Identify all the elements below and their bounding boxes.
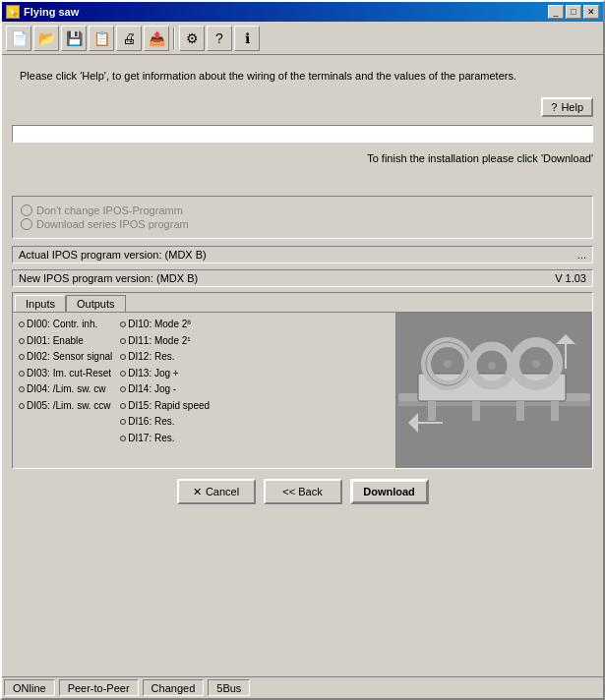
indicator-dot [19,386,25,392]
download-button[interactable]: Download [350,479,429,504]
ipos-section: Don't change IPOS-Programm Download seri… [12,196,593,239]
saw-illustration [398,315,590,467]
help-label: Help [561,101,583,113]
info-toolbar-button[interactable]: ℹ [234,26,260,51]
svg-rect-17 [551,401,559,421]
list-item: DI10: Mode 2⁸ [120,317,210,332]
list-item: DI01: Enable [19,333,112,349]
status-bar: ONline Peer-to-Peer Changed 5Bus [2,676,603,698]
toolbar-separator [173,28,175,49]
spacer [8,170,597,190]
ipos-option1-row: Don't change IPOS-Programm [21,204,584,216]
svg-rect-1 [398,401,590,406]
list-item: DI00: Contr. inh. [19,317,112,332]
save-button[interactable]: 💾 [61,26,87,51]
status-online: ONline [4,679,55,696]
window-title: Flying saw [24,6,79,18]
list-item: DI14: Jog - [120,381,210,397]
main-content: Please click 'Help', to get information … [2,55,603,676]
indicator-dot [120,419,126,425]
new-version-row: New IPOS program version: (MDX B) V 1.03 [12,269,593,287]
help-toolbar-button[interactable]: ? [207,26,232,51]
export-button[interactable]: 📤 [144,26,169,51]
ipos-option2-row: Download series IPOS program [21,218,584,230]
io-tabs: Inputs Outputs [13,293,592,312]
inputs-col1: DI00: Contr. inh. DI01: Enable DI02: Sen… [19,317,112,445]
back-label: << Back [282,486,322,497]
list-item: DI03: Im. cut-Reset [19,366,112,381]
list-item: DI04: /Lim. sw. cw [19,381,112,397]
new-version-label: New IPOS program version: (MDX B) [19,272,198,284]
progress-area [8,125,597,143]
svg-rect-15 [472,401,480,421]
list-item: DI02: Sensor signal [19,349,112,365]
maximize-button[interactable]: □ [566,5,581,19]
actual-version-label: Actual IPOS program version: (MDX B) [19,249,207,261]
cancel-label: Cancel [206,486,239,497]
indicator-dot [19,338,25,344]
finish-text: To finish the installation please click … [8,150,597,166]
new-version-value: V 1.03 [555,272,586,284]
indicator-dot [19,321,25,327]
list-item: DI17: Res. [120,431,210,446]
print-button[interactable]: 🖨 [116,26,142,51]
progress-bar [12,125,593,143]
io-panel: Inputs Outputs DI00: Contr. inh. DI01: E… [12,292,593,469]
svg-rect-14 [428,401,436,421]
indicator-dot [120,354,126,360]
actual-version-value: ... [577,249,586,261]
toolbar: 📄 📂 💾 📋 🖨 📤 ⚙ ? ℹ [2,22,603,55]
actual-version-row: Actual IPOS program version: (MDX B) ... [12,246,593,263]
inputs-col2: DI10: Mode 2⁸ DI11: Mode 2¹ DI12: Res. D… [120,317,210,445]
tab-outputs[interactable]: Outputs [66,295,126,312]
bottom-buttons: ✕ Cancel << Back Download [8,473,597,510]
svg-marker-12 [408,413,418,433]
back-button[interactable]: << Back [264,479,342,504]
title-bar: 🪚 Flying saw _ □ ✕ [2,2,603,22]
minimize-button[interactable]: _ [548,5,564,19]
open-button[interactable]: 📂 [33,26,59,51]
info-panel: Please click 'Help', to get information … [8,61,597,91]
main-window: 🪚 Flying saw _ □ ✕ 📄 📂 💾 📋 🖨 📤 ⚙ ? ℹ Ple… [0,0,605,700]
settings-button[interactable]: ⚙ [179,26,205,51]
help-icon: ? [551,101,557,113]
io-content: DI00: Contr. inh. DI01: Enable DI02: Sen… [13,312,592,468]
indicator-dot [19,354,25,360]
app-icon: 🪚 [6,5,20,19]
indicator-dot [19,403,25,409]
saw-illustration-panel [395,313,592,468]
indicator-dot [120,403,126,409]
download-label: Download [363,486,415,497]
io-inputs-list: DI00: Contr. inh. DI01: Enable DI02: Sen… [13,313,395,468]
cancel-button[interactable]: ✕ Cancel [177,479,256,504]
list-item: DI12: Res. [120,349,210,365]
list-item: DI11: Mode 2¹ [120,333,210,349]
list-item: DI15: Rapid speed [120,398,210,414]
ipos-option1-radio[interactable] [21,204,32,216]
svg-point-9 [532,360,540,368]
indicator-dot [120,321,126,327]
ipos-option1-label: Don't change IPOS-Programm [36,204,183,216]
info-text: Please click 'Help', to get information … [20,70,516,82]
indicator-dot [19,371,25,377]
list-item: DI16: Res. [120,414,210,430]
ipos-option2-label: Download series IPOS program [36,218,189,230]
indicator-dot [120,436,126,441]
svg-marker-10 [556,334,575,344]
status-5bus: 5Bus [208,679,250,696]
ipos-option2-radio[interactable] [21,218,32,230]
indicator-dot [120,386,126,392]
list-item: DI05: /Lim. sw. ccw [19,398,112,414]
close-button[interactable]: ✕ [583,5,599,19]
indicator-dot [120,371,126,377]
status-peer: Peer-to-Peer [59,679,139,696]
window-controls: _ □ ✕ [548,5,599,19]
tab-inputs[interactable]: Inputs [15,295,66,312]
svg-point-7 [488,362,496,370]
indicator-dot [120,338,126,344]
copy-button[interactable]: 📋 [89,26,114,51]
help-button[interactable]: ? Help [541,97,593,117]
svg-rect-16 [516,401,524,421]
svg-point-5 [444,360,452,368]
new-button[interactable]: 📄 [6,26,31,51]
